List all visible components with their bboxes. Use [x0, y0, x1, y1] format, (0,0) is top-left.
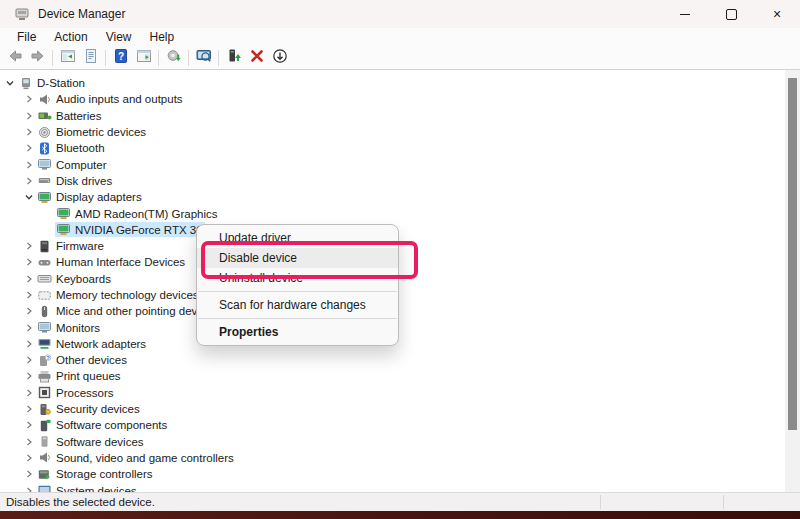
properties-button[interactable]: [79, 48, 102, 68]
uninstall-icon: [249, 48, 265, 68]
chevron-right-icon[interactable]: [22, 306, 36, 316]
tree-item-label: Other devices: [54, 354, 127, 366]
menu-view[interactable]: View: [97, 29, 141, 45]
row-content: Batteries: [36, 108, 103, 123]
memory-icon: [37, 289, 54, 302]
tree-item-label: Biometric devices: [54, 126, 146, 138]
update-driver-button[interactable]: [222, 48, 245, 68]
properties-icon: [83, 48, 99, 68]
tree-item-storage-controllers[interactable]: Storage controllers: [0, 466, 785, 482]
back-button[interactable]: [3, 48, 26, 68]
chevron-right-icon[interactable]: [22, 388, 36, 398]
tree-item-display-adapters[interactable]: Display adapters: [0, 189, 785, 205]
fingerprint-icon: [37, 126, 54, 139]
tree-item-batteries[interactable]: Batteries: [0, 108, 785, 124]
tree-item-computer[interactable]: Computer: [0, 156, 785, 172]
chevron-right-icon[interactable]: [22, 111, 36, 121]
menu-action[interactable]: Action: [45, 29, 96, 45]
disable-device-button[interactable]: [268, 48, 291, 68]
maximize-icon: [726, 9, 737, 20]
update-driver-software-button[interactable]: [162, 48, 185, 68]
context-menu-item-properties[interactable]: Properties: [197, 322, 398, 342]
row-content: Audio inputs and outputs: [36, 92, 185, 107]
window-controls: ×: [662, 0, 800, 28]
chevron-down-icon[interactable]: [3, 78, 17, 88]
tree-item-label: Security devices: [54, 403, 140, 415]
titlebar[interactable]: Device Manager ×: [0, 0, 800, 28]
tree-item-label: Keyboards: [54, 273, 111, 285]
row-content: Monitors: [36, 320, 102, 335]
context-menu-item-scan-for-hardware-changes[interactable]: Scan for hardware changes: [197, 295, 398, 315]
chevron-right-icon[interactable]: [22, 257, 36, 267]
menu-file[interactable]: File: [8, 29, 45, 45]
tree-item-label: Storage controllers: [54, 468, 153, 480]
chevron-right-icon[interactable]: [22, 143, 36, 153]
chevron-right-icon[interactable]: [22, 371, 36, 381]
chevron-right-icon[interactable]: [22, 437, 36, 447]
device-manager-icon: [14, 6, 30, 22]
menubar: FileActionViewHelp: [0, 28, 800, 46]
tree-item-amd-radeon-tm-graphics[interactable]: AMD Radeon(TM) Graphics: [0, 205, 785, 221]
show-hide-console-tree-button[interactable]: [56, 48, 79, 68]
chevron-right-icon[interactable]: [22, 339, 36, 349]
row-content: Security devices: [36, 402, 142, 417]
help-button[interactable]: ?: [109, 48, 132, 68]
tree-item-biometric-devices[interactable]: Biometric devices: [0, 124, 785, 140]
tree-item-label: Monitors: [54, 322, 100, 334]
chevron-right-icon[interactable]: [22, 355, 36, 365]
minimize-button[interactable]: [662, 0, 708, 28]
show-action-pane-button[interactable]: [132, 48, 155, 68]
tree-item-software-devices[interactable]: Software devices: [0, 434, 785, 450]
chevron-right-icon[interactable]: [22, 290, 36, 300]
display-adapter-icon: [56, 207, 73, 220]
monitor2-icon: [37, 321, 54, 334]
storage-icon: [37, 468, 54, 481]
chevron-right-icon[interactable]: [22, 160, 36, 170]
forward-button[interactable]: [26, 48, 49, 68]
row-content: Mice and other pointing devices: [36, 304, 220, 319]
hid-icon: [37, 256, 54, 269]
tree-item-disk-drives[interactable]: Disk drives: [0, 173, 785, 189]
workstation-icon: [18, 77, 35, 90]
chevron-right-icon[interactable]: [22, 420, 36, 430]
context-menu-separator: [198, 318, 397, 319]
row-content: Bluetooth: [36, 141, 107, 156]
tree-item-bluetooth[interactable]: Bluetooth: [0, 140, 785, 156]
chevron-right-icon[interactable]: [22, 274, 36, 284]
chevron-right-icon[interactable]: [22, 241, 36, 251]
chevron-right-icon[interactable]: [22, 453, 36, 463]
chevron-right-icon[interactable]: [22, 94, 36, 104]
desktop-background-strip: [0, 511, 800, 519]
scan-for-hardware-changes-button[interactable]: [192, 48, 215, 68]
monitor-icon: [37, 158, 54, 171]
scrollbar-thumb[interactable]: [788, 78, 797, 430]
tree-item-audio-inputs-and-outputs[interactable]: Audio inputs and outputs: [0, 91, 785, 107]
tree-item-other-devices[interactable]: ?Other devices: [0, 352, 785, 368]
maximize-button[interactable]: [708, 0, 754, 28]
chevron-right-icon[interactable]: [22, 127, 36, 137]
tree-item-print-queues[interactable]: Print queues: [0, 368, 785, 384]
uninstall-device-button[interactable]: [245, 48, 268, 68]
tree-item-d-station[interactable]: D-Station: [0, 75, 785, 91]
tree-item-sound-video-and-game-controllers[interactable]: Sound, video and game controllers: [0, 450, 785, 466]
statusbar-divider: [600, 495, 601, 509]
tree-item-label: Print queues: [54, 370, 121, 382]
network-icon: [37, 337, 54, 350]
tree-item-processors[interactable]: Processors: [0, 385, 785, 401]
display-adapter-icon: [56, 223, 73, 236]
chevron-down-icon[interactable]: [22, 192, 36, 202]
minimize-icon: [680, 14, 690, 15]
vertical-scrollbar[interactable]: [785, 70, 800, 493]
close-button[interactable]: ×: [754, 0, 800, 28]
chevron-right-icon[interactable]: [22, 176, 36, 186]
menu-help[interactable]: Help: [141, 29, 184, 45]
tree-item-label: Bluetooth: [54, 142, 105, 154]
chevron-right-icon[interactable]: [22, 323, 36, 333]
chevron-right-icon[interactable]: [22, 469, 36, 479]
back-arrow-icon: [7, 48, 23, 68]
console-tree-icon: [60, 48, 76, 68]
tree-item-security-devices[interactable]: Security devices: [0, 401, 785, 417]
chevron-right-icon[interactable]: [22, 404, 36, 414]
tree-item-software-components[interactable]: Software components: [0, 417, 785, 433]
tree-item-label: Mice and other pointing devices: [54, 305, 218, 317]
